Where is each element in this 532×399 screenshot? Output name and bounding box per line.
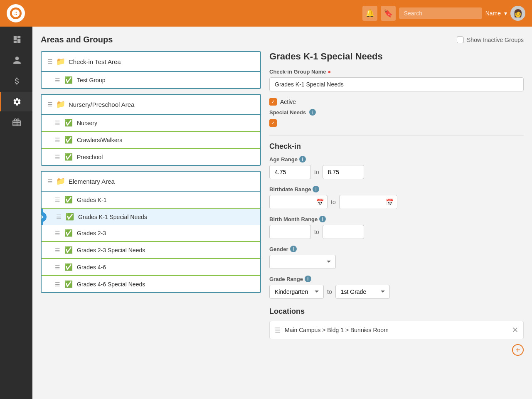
- group-name: Grades 4-6 Special Needs: [77, 281, 145, 288]
- check-icon: ✅: [64, 76, 73, 84]
- to-label: to: [331, 199, 336, 205]
- location-remove-button[interactable]: ✕: [512, 325, 518, 335]
- location-drag-handle-icon[interactable]: ☰: [275, 326, 281, 334]
- grade-range-label: Grade Range i: [269, 276, 524, 282]
- notifications-button[interactable]: 🔔: [362, 6, 377, 21]
- age-to-input[interactable]: [323, 165, 364, 179]
- logo-icon: [10, 7, 22, 19]
- drag-handle-icon[interactable]: ☰: [55, 154, 60, 160]
- drag-handle-icon[interactable]: ☰: [55, 77, 60, 84]
- check-icon: ✅: [64, 119, 73, 127]
- to-label: to: [314, 229, 319, 235]
- show-inactive-checkbox[interactable]: [457, 37, 463, 43]
- group-item-nursery[interactable]: ☰ ✅ Nursery: [42, 115, 260, 132]
- sidebar-item-settings[interactable]: [0, 92, 32, 111]
- birthdate-range-row: 📅 to 📅: [269, 195, 524, 209]
- drag-handle-icon[interactable]: ☰: [47, 178, 53, 185]
- sidebar-item-tools[interactable]: [0, 113, 32, 132]
- area-header-elementary[interactable]: ☰ 📁 Elementary Area: [42, 172, 260, 192]
- gender-select[interactable]: Male Female: [269, 255, 336, 269]
- special-needs-checkbox[interactable]: ✓: [269, 119, 277, 127]
- calendar-from-icon[interactable]: 📅: [316, 198, 324, 206]
- active-checkbox[interactable]: ✓: [269, 98, 277, 106]
- area-check-in-test: ☰ 📁 Check-in Test Area ☰ ✅ Test Group: [41, 51, 261, 89]
- area-elementary: ☰ 📁 Elementary Area ☰ ✅ Grades K-1 ✱: [41, 171, 261, 293]
- area-name: Check-in Test Area: [69, 58, 121, 65]
- birth-month-label: Birth Month Range i: [269, 216, 524, 222]
- area-name: Nursery/Preschool Area: [69, 101, 134, 108]
- age-from-input[interactable]: [269, 165, 311, 179]
- drag-handle-icon[interactable]: ☰: [55, 281, 60, 288]
- check-icon: ✅: [64, 136, 73, 144]
- grade-range-info-icon[interactable]: i: [305, 276, 311, 282]
- check-icon: ✅: [66, 213, 74, 221]
- birth-month-from-input[interactable]: [269, 225, 311, 239]
- to-label: to: [314, 169, 319, 175]
- group-item-test-group[interactable]: ☰ ✅ Test Group: [42, 72, 260, 88]
- group-item-grades-k1-special[interactable]: ☰ ✅ Grades K-1 Special Needs: [42, 209, 260, 225]
- group-item-grades-k1[interactable]: ☰ ✅ Grades K-1: [42, 192, 260, 209]
- area-header-check-in-test[interactable]: ☰ 📁 Check-in Test Area: [42, 52, 260, 72]
- birthdate-from-wrapper: 📅: [269, 195, 328, 209]
- group-name: Grades 4-6: [77, 264, 106, 271]
- drag-handle-icon[interactable]: ☰: [55, 197, 60, 203]
- group-list: ☰ ✅ Grades K-1 ✱ ☰ ✅ Grades K-1 Special …: [42, 192, 260, 292]
- special-needs-field-label: Special Needs: [269, 109, 306, 116]
- drag-handle-icon[interactable]: ☰: [55, 120, 60, 126]
- add-location-icon: +: [512, 344, 524, 356]
- group-name: Grades 2-3: [77, 230, 106, 236]
- grade-to-select[interactable]: Kindergarten 1st Grade 2nd Grade 3rd Gra…: [335, 285, 390, 299]
- special-needs-row: Special Needs i: [269, 109, 524, 116]
- group-name-input[interactable]: [269, 77, 524, 91]
- sidebar-item-people[interactable]: [0, 51, 32, 70]
- birth-month-to-input[interactable]: [323, 225, 364, 239]
- drag-handle-icon[interactable]: ☰: [56, 214, 62, 220]
- group-name: Grades K-1 Special Needs: [78, 214, 147, 220]
- group-item-preschool[interactable]: ☰ ✅ Preschool: [42, 149, 260, 165]
- check-icon: ✅: [64, 229, 73, 237]
- birthdate-info-icon[interactable]: i: [313, 186, 319, 192]
- group-item-grades-2-3[interactable]: ☰ ✅ Grades 2-3: [42, 225, 260, 242]
- app-logo[interactable]: [7, 4, 25, 22]
- drag-handle-icon[interactable]: ☰: [47, 101, 53, 108]
- sidebar: [0, 27, 32, 399]
- dropdown-icon: ▾: [504, 10, 507, 17]
- group-item-grades-4-6-special[interactable]: ☰ ✅ Grades 4-6 Special Needs: [42, 276, 260, 292]
- age-range-info-icon[interactable]: i: [299, 156, 306, 163]
- group-name: Test Group: [77, 77, 105, 84]
- show-inactive-label[interactable]: Show Inactive Groups: [457, 37, 524, 43]
- tree-panel: ☰ 📁 Check-in Test Area ☰ ✅ Test Group: [41, 51, 261, 356]
- check-icon: ✅: [64, 153, 73, 161]
- bookmarks-button[interactable]: 🔖: [381, 6, 396, 21]
- group-name-label: Check-in Group Name ●: [269, 69, 524, 75]
- drag-handle-icon[interactable]: ☰: [47, 58, 53, 65]
- area-header-nursery[interactable]: ☰ 📁 Nursery/Preschool Area: [42, 95, 260, 115]
- gender-info-icon[interactable]: i: [290, 246, 297, 252]
- page-title: Areas and Groups: [41, 35, 113, 44]
- check-icon: ✅: [64, 280, 73, 288]
- user-menu[interactable]: Name ▾ 👩: [485, 6, 525, 21]
- group-item-grades-2-3-special[interactable]: ☰ ✅ Grades 2-3 Special Needs: [42, 242, 260, 259]
- folder-icon: 📁: [56, 177, 65, 186]
- birth-month-info-icon[interactable]: i: [319, 216, 326, 222]
- drag-handle-icon[interactable]: ☰: [55, 137, 60, 143]
- sidebar-item-dashboard[interactable]: [0, 30, 32, 49]
- drag-handle-icon[interactable]: ☰: [55, 264, 60, 271]
- calendar-to-icon[interactable]: 📅: [386, 198, 394, 206]
- birth-month-range-row: to: [269, 225, 524, 239]
- age-range-row: to: [269, 165, 524, 179]
- grade-from-select[interactable]: Kindergarten 1st Grade 2nd Grade 3rd Gra…: [269, 285, 324, 299]
- group-item-crawlers[interactable]: ☰ ✅ Crawlers/Walkers: [42, 132, 260, 149]
- grade-range-group: Grade Range i Kindergarten 1st Grade 2nd…: [269, 276, 524, 299]
- group-item-grades-4-6[interactable]: ☰ ✅ Grades 4-6: [42, 259, 260, 276]
- special-needs-info-icon[interactable]: i: [309, 109, 316, 116]
- age-range-label: Age Range i: [269, 156, 524, 163]
- add-location-button[interactable]: +: [269, 342, 524, 356]
- search-input[interactable]: [399, 7, 482, 19]
- drag-handle-icon[interactable]: ☰: [55, 230, 60, 236]
- location-text: Main Campus > Bldg 1 > Bunnies Room: [285, 327, 508, 333]
- group-name: Preschool: [77, 154, 103, 160]
- detail-panel: Grades K-1 Special Needs Check-in Group …: [269, 51, 524, 356]
- drag-handle-icon[interactable]: ☰: [55, 247, 60, 254]
- sidebar-item-finance[interactable]: [0, 71, 32, 91]
